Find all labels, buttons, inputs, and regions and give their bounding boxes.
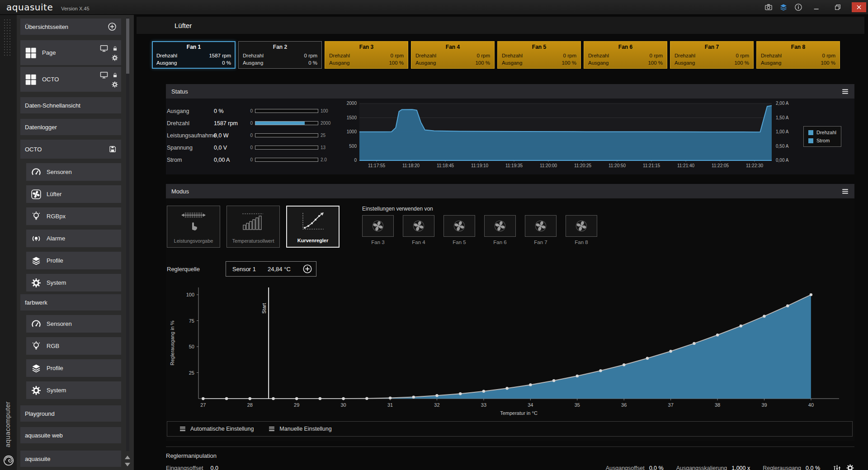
copy-fan-button[interactable]: Fan 6 — [484, 215, 516, 245]
fan-tab-name: Fan 2 — [243, 44, 317, 50]
item-label: Profile — [47, 365, 63, 371]
sensor-source-dropdown[interactable]: Sensor 1 24,84 °C — [226, 261, 316, 277]
sidebar-section-farbwerk[interactable]: farbwerk — [20, 294, 121, 310]
status-rows: Ausgang 0 % 0 100 Drehzahl 1587 rpm 0 — [166, 99, 334, 174]
svg-text:Start: Start — [261, 303, 267, 314]
save-icon[interactable] — [108, 145, 117, 153]
sidebar-page-item[interactable]: Page — [20, 40, 121, 65]
fan-tab[interactable]: Fan 4 Drehzahl 0 rpm Ausgang 100 % — [411, 41, 495, 69]
item-label: Alarme — [47, 235, 65, 242]
fan-tab-name: Fan 7 — [675, 44, 749, 50]
gear-icon — [31, 385, 42, 396]
sidebar-item-profile[interactable]: Profile — [26, 252, 121, 269]
copy-fan-button[interactable]: Fan 4 — [403, 215, 434, 245]
sidebar-item-sensoren[interactable]: Sensoren — [26, 163, 121, 181]
restore-button[interactable] — [830, 2, 845, 12]
fan-output-label: Ausgang — [156, 59, 177, 66]
gear-icon[interactable] — [111, 81, 118, 88]
alarm-icon — [31, 233, 42, 244]
sidebar-item-luefter[interactable]: Lüfter — [26, 185, 121, 203]
regler-field-label: Reglerausgang — [763, 465, 801, 470]
sidebar-item-profile[interactable]: Profile — [26, 359, 121, 377]
fan-speed-label: Drehzahl — [761, 52, 782, 59]
gear-icon[interactable] — [846, 464, 854, 470]
lock-icon[interactable] — [112, 46, 118, 52]
regler-field-value[interactable]: 1,000 x — [731, 465, 750, 470]
regler-field-label: Ausgangsoffset — [606, 465, 645, 470]
fan-speed-value: 0 rpm — [391, 52, 404, 59]
sidebar-section-datenlogger[interactable]: Datenlogger — [20, 119, 121, 135]
copy-fan-button[interactable]: Fan 7 — [525, 215, 557, 245]
fan-tab[interactable]: Fan 1 Drehzahl 1587 rpm Ausgang 0 % — [152, 41, 236, 69]
curve-settings-button[interactable]: Automatische Einstellung — [172, 425, 261, 432]
sidebar-item-alarme[interactable]: Alarme — [26, 230, 121, 247]
sidebar-section-aquasuite-web[interactable]: aquasuite web — [20, 427, 121, 443]
fan-tab-name: Fan 1 — [156, 44, 231, 50]
regler-row: Eingangsoffset 0,0 Ausgangsoffset 0,0 % … — [166, 464, 854, 470]
scroll-down-arrow[interactable] — [125, 463, 130, 466]
copy-fan-button[interactable]: Fan 5 — [443, 215, 475, 245]
copy-fan-button[interactable]: Fan 8 — [566, 215, 597, 245]
eingangsoffset-value[interactable]: 0,0 — [210, 465, 218, 470]
sidebar-page-item[interactable]: OCTO — [20, 67, 121, 92]
sidebar-section-octo[interactable]: OCTO — [20, 140, 121, 159]
status-panel-header: Status — [166, 84, 854, 99]
panel-menu-icon[interactable] — [841, 88, 849, 95]
fan-speed-label: Drehzahl — [675, 52, 695, 59]
minimize-button[interactable] — [809, 2, 824, 12]
panel-menu-icon[interactable] — [841, 188, 849, 195]
screenshot-camera-icon[interactable] — [764, 3, 773, 11]
fan-tab[interactable]: Fan 8 Drehzahl 0 rpm Ausgang 100 % — [756, 41, 840, 69]
fan-tab[interactable]: Fan 2 Drehzahl 0 rpm Ausgang 0 % — [238, 41, 322, 69]
sidebar-scrollbar[interactable] — [126, 18, 129, 451]
fan-tab[interactable]: Fan 6 Drehzahl 0 rpm Ausgang 100 % — [584, 41, 667, 69]
section-label: Übersichtsseiten — [25, 24, 68, 30]
modus-body: Leistungsvorgabe — [166, 198, 854, 441]
modus-panel-header: Modus — [166, 184, 854, 198]
fan-tab[interactable]: Fan 3 Drehzahl 0 rpm Ausgang 100 % — [325, 41, 408, 69]
sidebar-section-daten-schnellansicht[interactable]: Daten-Schnellansicht — [20, 97, 121, 113]
layers-icon — [31, 363, 42, 374]
bulb-icon — [31, 341, 42, 352]
fan-tab[interactable]: Fan 7 Drehzahl 0 rpm Ausgang 100 % — [670, 41, 754, 69]
fan-curve-chart: 2550751002728293031323334353637383940Tem… — [167, 282, 852, 418]
info-icon[interactable] — [794, 3, 802, 11]
scrollbar-thumb[interactable] — [126, 19, 129, 74]
curve-settings-button[interactable]: Manuelle Einstellung — [261, 425, 339, 432]
mode-button[interactable]: Leistungsvorgabe — [167, 206, 220, 248]
sidebar-item-sensoren[interactable]: Sensoren — [26, 315, 121, 333]
legend-swatch — [808, 138, 813, 143]
mode-button[interactable]: Kurvenregler — [286, 206, 340, 248]
dashboard-grid-icon — [24, 46, 38, 60]
sidebar-item-system[interactable]: System — [26, 381, 121, 399]
monitor-icon[interactable] — [99, 70, 108, 80]
monitor-icon[interactable] — [99, 44, 108, 53]
sidebar-item-system[interactable]: System — [26, 274, 121, 291]
add-page-icon[interactable] — [108, 22, 117, 31]
sidebar-section-aquasuite[interactable]: aquasuite — [20, 451, 121, 467]
sidebar-section-playground[interactable]: Playground — [20, 405, 121, 422]
add-source-icon[interactable] — [302, 264, 312, 274]
sidebar-item-rgbpx[interactable]: RGBpx — [26, 207, 121, 225]
svg-text:11:20:50: 11:20:50 — [609, 163, 626, 168]
svg-text:11:20:00: 11:20:00 — [540, 163, 557, 168]
svg-text:11:18:20: 11:18:20 — [402, 163, 420, 168]
regler-field-value[interactable]: 0,0 % — [806, 465, 820, 470]
mode-button[interactable]: Temperatursollwert — [226, 206, 280, 248]
fan-output-value: 100 % — [648, 59, 663, 66]
levels-icon[interactable] — [833, 464, 841, 470]
status-row-value: 1587 rpm — [214, 120, 247, 127]
gear-icon[interactable] — [111, 54, 118, 61]
fan-tab[interactable]: Fan 5 Drehzahl 0 rpm Ausgang 100 % — [497, 41, 581, 69]
lock-icon[interactable] — [112, 72, 118, 78]
legend-item: Drehzahl — [808, 130, 836, 135]
sidebar-item-rgb[interactable]: RGB — [26, 337, 121, 355]
sidebar-header-uebersichtsseiten[interactable]: Übersichtsseiten — [20, 19, 121, 35]
close-button[interactable] — [852, 2, 866, 12]
status-row: Strom 0,00 A 0 2.0 — [167, 154, 334, 166]
power-slider-icon — [180, 211, 207, 231]
copy-fan-button[interactable]: Fan 3 — [362, 215, 394, 245]
layers-icon[interactable] — [779, 3, 788, 11]
scroll-up-arrow[interactable] — [125, 456, 130, 459]
regler-field-value[interactable]: 0,0 % — [649, 465, 664, 470]
